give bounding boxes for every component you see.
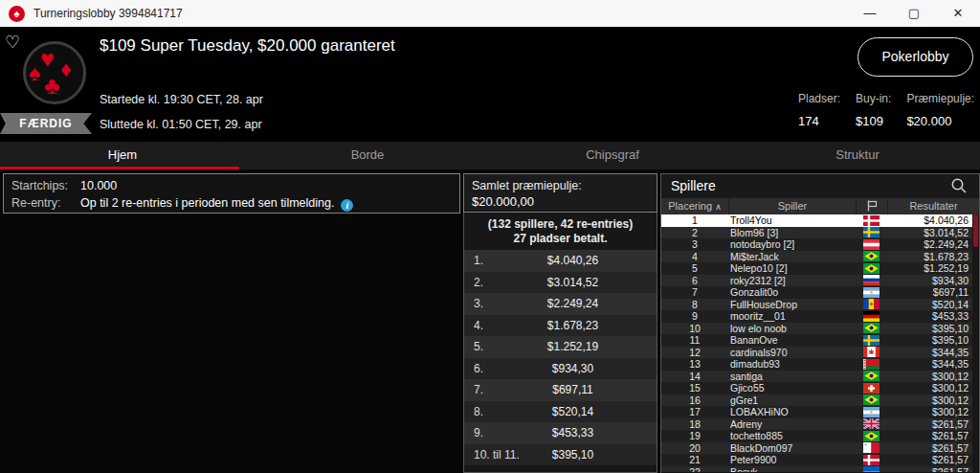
player-name: Peter9900 [728, 454, 856, 466]
player-flag-cell [856, 382, 887, 394]
payout-row: 8.$520,14 [464, 401, 657, 423]
player-name: Gonzalit0o [728, 286, 856, 299]
pokerlobby-button[interactable]: Pokerlobby [858, 37, 973, 77]
column-header-resultater[interactable]: Resultater [887, 198, 979, 214]
payout-panel: (132 spillere, 42 re-entries) 27 pladser… [463, 213, 657, 473]
table-row[interactable]: 6roky2312 [2]$934,30 [661, 275, 979, 287]
table-row[interactable]: 11BananOve$395,10 [661, 334, 979, 347]
payout-row: 7.$697,11 [464, 379, 657, 401]
tournament-header: ♡ ♥ ♠ ♦ ♣ FÆRDIG $109 Super Tuesday, $20… [0, 27, 980, 142]
table-row[interactable]: 7Gonzalit0o$697,11 [661, 286, 979, 299]
player-name: dimadub93 [728, 358, 856, 371]
player-place: 19 [661, 430, 728, 442]
payout-amount: $520,14 [464, 401, 657, 423]
tournament-lobby-window: ♠ Turneringslobby 3994841717 — ▢ ✕ ♡ ♥ ♠… [0, 0, 980, 473]
scrollbar-thumb[interactable] [973, 214, 978, 247]
player-name: mooritz__01 [728, 310, 856, 323]
search-icon[interactable] [950, 177, 968, 194]
flag-icon [865, 199, 879, 213]
payout-amount: $3.014,52 [464, 272, 657, 294]
players-scrollbar[interactable] [972, 214, 979, 472]
table-row[interactable]: 20BlackDom097$261,57 [661, 442, 979, 455]
table-row[interactable]: 12cardinals970$344,35 [661, 347, 979, 359]
player-place: 1 [661, 214, 728, 227]
payout-place: 8. [474, 401, 483, 423]
tournament-info-box: Startchips:10.000Re-entry:Op til 2 re-en… [3, 173, 460, 214]
column-header-flag[interactable] [856, 198, 887, 214]
table-row[interactable]: 17LOBAXHiNO$300,12 [661, 406, 979, 418]
table-row[interactable]: 10low elo noob$395,10 [661, 323, 979, 335]
table-row[interactable]: 1Troll4You$4.040,26 [661, 214, 979, 227]
status-badge: FÆRDIG [0, 113, 92, 134]
table-row[interactable]: 9mooritz__01$453,33 [661, 310, 979, 323]
maximize-button[interactable]: ▢ [892, 0, 936, 27]
player-result: $261,57 [887, 454, 979, 466]
table-row[interactable]: 3notodaybro [2]$2.249,24 [661, 238, 979, 251]
info-icon[interactable]: i [341, 199, 353, 212]
table-row[interactable]: 2Blom96 [3]$3.014,52 [661, 227, 979, 239]
entries-summary: (132 spillere, 42 re-entries) [464, 217, 657, 232]
table-row[interactable]: 14santiga$300,12 [661, 371, 979, 383]
table-row[interactable]: 18Adreny$261,57 [661, 418, 979, 431]
country-flag-ca-icon [863, 347, 880, 357]
player-name: Mi$terJack [728, 251, 856, 263]
table-row[interactable]: 15Gjico55$300,12 [661, 382, 979, 394]
player-result: $344,35 [887, 347, 979, 359]
country-flag-se-icon [863, 335, 880, 346]
table-row[interactable]: 22Bocyk$261,57 [661, 466, 979, 473]
info-row-value: Op til 2 re-entries i perioden med sen t… [80, 194, 353, 212]
payout-amount: $4.040,26 [464, 250, 657, 272]
column-header-spiller[interactable]: Spiller [728, 198, 856, 214]
tab-borde[interactable]: Borde [245, 142, 490, 169]
country-flag-de-icon [863, 311, 880, 322]
table-row[interactable]: 8FullHouseDrop$520,14 [661, 299, 979, 311]
table-row[interactable]: 21Peter9900$261,57 [661, 454, 979, 466]
player-flag-cell [856, 262, 887, 275]
players-table-header: Placering ∧ Spiller Resultater [661, 198, 979, 214]
player-result: $395,10 [887, 334, 979, 347]
player-result: $1.678,23 [887, 251, 979, 263]
table-row[interactable]: 4Mi$terJack$1.678,23 [661, 251, 979, 263]
player-result: $3.014,52 [887, 227, 979, 239]
country-flag-at-icon [863, 239, 880, 250]
tab-struktur[interactable]: Struktur [735, 142, 980, 169]
tournament-suits-badge: ♥ ♠ ♦ ♣ [23, 41, 86, 104]
country-flag-ch-icon [863, 383, 880, 394]
column-header-placering[interactable]: Placering ∧ [661, 198, 728, 214]
player-flag-cell [856, 251, 887, 263]
player-name: Blom96 [3] [728, 227, 856, 239]
tournament-title: $109 Super Tuesday, $20.000 garanteret [100, 36, 395, 56]
table-row[interactable]: 5Nelepo10 [2]$1.252,19 [661, 262, 979, 275]
table-row[interactable]: 19tochetto885$261,57 [661, 430, 979, 442]
diamond-suit-icon: ♦ [60, 58, 72, 80]
info-row-label: Startchips: [11, 177, 80, 194]
payout-amount: $1.678,23 [464, 315, 657, 337]
player-place: 5 [661, 262, 728, 275]
player-name: FullHouseDrop [728, 299, 856, 311]
player-result: $520,14 [887, 299, 979, 311]
player-place: 10 [661, 323, 728, 335]
player-place: 21 [661, 454, 728, 466]
payout-amount: $2.249,24 [464, 293, 657, 315]
payout-row: 5.$1.252,19 [464, 336, 657, 358]
table-row[interactable]: 16gGre1$300,12 [661, 394, 979, 407]
player-place: 18 [661, 418, 728, 431]
minimize-button[interactable]: — [848, 0, 892, 27]
close-button[interactable]: ✕ [936, 0, 980, 27]
player-place: 13 [661, 358, 728, 371]
prizepool-label: Samlet præmiepulje: [472, 178, 649, 193]
player-name: low elo noob [728, 323, 856, 335]
payout-place: 6. [474, 358, 483, 380]
total-prizepool-box: Samlet præmiepulje: $20.000,00 [463, 173, 657, 213]
player-name: Troll4You [728, 214, 856, 227]
tab-hjem[interactable]: Hjem [0, 142, 245, 169]
tab-chipsgraf[interactable]: Chipsgraf [490, 142, 735, 169]
favorite-heart-icon[interactable]: ♡ [5, 32, 20, 53]
player-flag-cell [856, 454, 887, 466]
table-row[interactable]: 13dimadub93$344,35 [661, 358, 979, 371]
payout-amount: $1.252,19 [464, 336, 657, 358]
player-place: 7 [661, 286, 728, 299]
payout-place: 2. [474, 272, 483, 294]
payout-row: 2.$3.014,52 [464, 272, 657, 294]
country-flag-ar-icon [863, 287, 880, 298]
